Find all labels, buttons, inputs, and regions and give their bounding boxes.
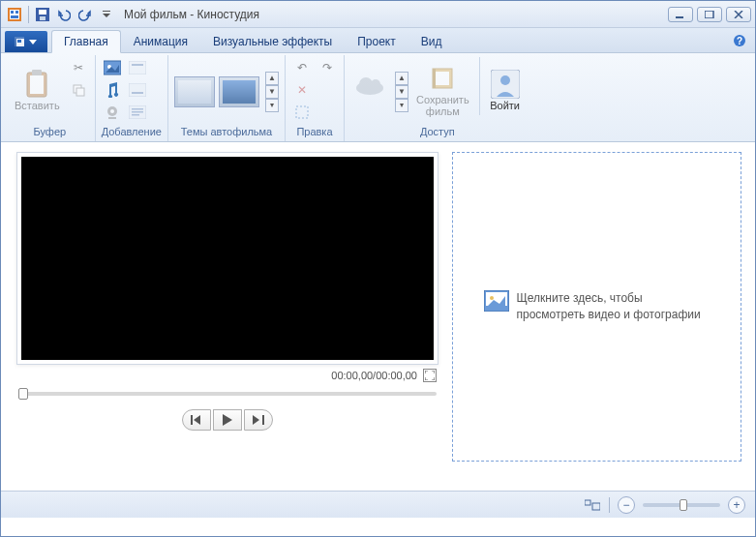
svg-rect-39 bbox=[433, 69, 452, 88]
undo-button[interactable] bbox=[54, 5, 74, 24]
media-icon bbox=[104, 59, 121, 76]
seek-thumb[interactable] bbox=[18, 388, 28, 400]
delete-button[interactable]: ✕ bbox=[291, 79, 313, 101]
svg-rect-17 bbox=[30, 75, 44, 94]
timeline-pane: Щелкните здесь, чтобы просмотреть видео … bbox=[448, 142, 755, 491]
cut-button[interactable]: ✂ bbox=[68, 57, 89, 78]
gallery-expand-button[interactable]: ▾ bbox=[265, 99, 279, 112]
quick-access-toolbar bbox=[5, 5, 116, 24]
gallery-up-button[interactable]: ▲ bbox=[265, 72, 279, 85]
skip-back-icon bbox=[191, 415, 202, 425]
save-movie-label: Сохранить фильм bbox=[416, 94, 469, 117]
rotate-left-button[interactable]: ↶ bbox=[291, 57, 313, 78]
save-button[interactable] bbox=[33, 5, 52, 24]
add-music-button[interactable] bbox=[102, 79, 123, 101]
seek-bar[interactable] bbox=[18, 392, 437, 396]
group-label: Доступ bbox=[350, 126, 525, 139]
rotate-right-button[interactable]: ↷ bbox=[317, 57, 338, 78]
webcam-icon bbox=[105, 104, 120, 120]
zoom-slider-thumb[interactable] bbox=[680, 499, 687, 511]
fullscreen-button[interactable] bbox=[423, 369, 437, 382]
svg-rect-7 bbox=[40, 16, 45, 20]
tab-project[interactable]: Проект bbox=[345, 29, 408, 52]
tab-visual-effects[interactable]: Визуальные эффекты bbox=[200, 29, 345, 52]
zoom-in-button[interactable]: + bbox=[728, 496, 745, 514]
svg-rect-13 bbox=[17, 40, 21, 43]
delete-icon: ✕ bbox=[297, 83, 307, 97]
svg-rect-53 bbox=[585, 500, 590, 505]
gallery-down-button[interactable]: ▼ bbox=[265, 85, 279, 99]
minimize-button[interactable] bbox=[668, 7, 693, 22]
play-button[interactable] bbox=[213, 409, 242, 431]
timecode-label: 00:00,00/00:00,00 bbox=[331, 370, 417, 381]
svg-rect-40 bbox=[436, 72, 449, 85]
svg-rect-44 bbox=[191, 415, 193, 425]
signin-button[interactable]: Войти bbox=[486, 57, 525, 123]
tab-view[interactable]: Вид bbox=[408, 29, 455, 52]
close-button[interactable] bbox=[726, 7, 751, 22]
add-credits-button[interactable] bbox=[127, 102, 148, 123]
clipboard-icon bbox=[21, 69, 52, 100]
empty-label bbox=[368, 100, 371, 111]
svg-rect-19 bbox=[74, 85, 81, 93]
redo-button[interactable] bbox=[76, 5, 95, 24]
paste-label: Вставить bbox=[15, 100, 60, 111]
gallery-down-button[interactable]: ▼ bbox=[395, 85, 408, 99]
gallery-up-button[interactable]: ▲ bbox=[395, 72, 408, 85]
prev-frame-button[interactable] bbox=[182, 409, 211, 431]
maximize-button[interactable] bbox=[697, 7, 722, 22]
svg-rect-54 bbox=[592, 503, 600, 510]
tab-animation[interactable]: Анимация bbox=[121, 29, 200, 52]
preview-meta: 00:00,00/00:00,00 bbox=[16, 365, 438, 382]
tab-home[interactable]: Главная bbox=[51, 30, 121, 53]
app-icon[interactable] bbox=[5, 5, 24, 24]
thumbnail-size-button[interactable] bbox=[584, 496, 601, 514]
next-frame-button[interactable] bbox=[244, 409, 273, 431]
content-area: 00:00,00/00:00,00 Щелкните здесь, чтобы … bbox=[1, 142, 755, 491]
credits-icon bbox=[129, 105, 146, 119]
svg-text:?: ? bbox=[737, 36, 742, 46]
add-video-photo-button[interactable] bbox=[102, 57, 123, 78]
record-narration-button[interactable] bbox=[102, 102, 123, 123]
copy-icon bbox=[72, 83, 85, 97]
svg-rect-9 bbox=[676, 16, 683, 18]
scissors-icon: ✂ bbox=[74, 61, 83, 75]
svg-rect-30 bbox=[132, 92, 143, 94]
window-title: Мой фильм - Киностудия bbox=[124, 8, 668, 21]
zoom-out-button[interactable]: − bbox=[618, 496, 635, 514]
cloud-icon bbox=[354, 69, 385, 100]
svg-rect-16 bbox=[27, 73, 46, 97]
add-caption-button[interactable] bbox=[127, 79, 148, 101]
media-drop-zone[interactable]: Щелкните здесь, чтобы просмотреть видео … bbox=[452, 152, 741, 462]
preview-monitor bbox=[16, 152, 438, 365]
caption-icon bbox=[129, 83, 146, 97]
add-title-button[interactable] bbox=[127, 57, 148, 78]
copy-button[interactable] bbox=[68, 79, 89, 101]
svg-rect-4 bbox=[11, 15, 18, 18]
film-reel-icon bbox=[427, 63, 458, 94]
paste-button[interactable]: Вставить bbox=[11, 57, 64, 123]
svg-rect-33 bbox=[132, 111, 143, 113]
file-menu-button[interactable] bbox=[5, 31, 47, 52]
gallery-expand-button[interactable]: ▾ bbox=[395, 99, 408, 112]
zoom-slider[interactable] bbox=[643, 503, 720, 507]
svg-rect-31 bbox=[129, 105, 146, 119]
tab-label: Анимация bbox=[134, 35, 188, 48]
theme-thumbnail[interactable] bbox=[174, 76, 215, 107]
svg-point-38 bbox=[371, 79, 380, 89]
select-all-button[interactable] bbox=[291, 102, 313, 123]
svg-rect-10 bbox=[705, 11, 713, 18]
playback-controls bbox=[16, 409, 438, 431]
save-movie-button[interactable]: Сохранить фильм bbox=[412, 57, 473, 123]
share-cloud-button[interactable] bbox=[350, 57, 389, 123]
titlebar: Мой фильм - Киностудия bbox=[1, 1, 755, 28]
theme-thumbnail[interactable] bbox=[219, 76, 259, 107]
video-preview[interactable] bbox=[21, 157, 434, 360]
qat-customize-button[interactable] bbox=[97, 5, 116, 24]
group-themes: ▲ ▼ ▾ Темы автофильма bbox=[168, 55, 286, 141]
group-label: Правка bbox=[291, 126, 338, 139]
svg-point-51 bbox=[490, 296, 494, 300]
svg-rect-34 bbox=[132, 114, 139, 116]
help-button[interactable]: ? bbox=[732, 33, 747, 48]
svg-rect-18 bbox=[32, 70, 42, 75]
